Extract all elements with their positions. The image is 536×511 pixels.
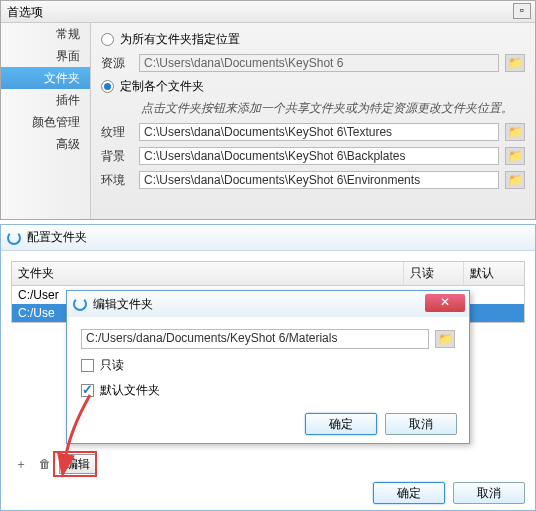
folder-icon[interactable]: 📁 [435, 330, 455, 348]
radio-all-label: 为所有文件夹指定位置 [120, 31, 240, 48]
sidebar-item-color[interactable]: 颜色管理 [1, 111, 90, 133]
configure-title: 配置文件夹 [27, 229, 87, 246]
window-restore-button[interactable]: ▫ [513, 3, 531, 19]
toolbar: ＋ 🗑 编辑 [11, 454, 97, 474]
row-path-textures[interactable]: C:\Users\dana\Documents\KeyShot 6\Textur… [139, 123, 499, 141]
cancel-button[interactable]: 取消 [385, 413, 457, 435]
col-readonly[interactable]: 只读 [404, 262, 464, 285]
ok-button[interactable]: 确定 [305, 413, 377, 435]
ok-button[interactable]: 确定 [373, 482, 445, 504]
app-icon [7, 231, 21, 245]
delete-icon[interactable]: 🗑 [35, 454, 55, 474]
configure-titlebar: 配置文件夹 [1, 225, 535, 251]
col-default[interactable]: 默认 [464, 262, 524, 285]
folder-icon[interactable]: 📁 [505, 123, 525, 141]
hint-text: 点击文件夹按钮来添加一个共享文件夹或为特定资源更改文件夹位置。 [141, 101, 525, 115]
folder-icon[interactable]: 📁 [505, 171, 525, 189]
radio-all-folders[interactable] [101, 33, 114, 46]
readonly-checkbox[interactable] [81, 359, 94, 372]
resource-label: 资源 [101, 55, 133, 72]
folder-icon[interactable]: 📁 [505, 54, 525, 72]
add-icon[interactable]: ＋ [11, 454, 31, 474]
preferences-title: 首选项 [7, 1, 43, 22]
sidebar-item-general[interactable]: 常规 [1, 23, 90, 45]
sidebar-item-folders[interactable]: 文件夹 [1, 67, 90, 89]
preferences-content: 为所有文件夹指定位置 资源 C:\Users\dana\Documents\Ke… [91, 23, 535, 219]
readonly-label: 只读 [100, 357, 124, 374]
close-icon[interactable]: ✕ [425, 294, 465, 312]
sidebar: 常规 界面 文件夹 插件 颜色管理 高级 [1, 23, 91, 219]
modal-title: 编辑文件夹 [93, 296, 153, 313]
radio-custom-label: 定制各个文件夹 [120, 78, 204, 95]
preferences-window: 首选项 ▫ 常规 界面 文件夹 插件 颜色管理 高级 为所有文件夹指定位置 资源… [0, 0, 536, 220]
row-label-textures: 纹理 [101, 124, 133, 141]
modal-titlebar: 编辑文件夹 ✕ [67, 291, 469, 317]
sidebar-item-plugins[interactable]: 插件 [1, 89, 90, 111]
sidebar-item-interface[interactable]: 界面 [1, 45, 90, 67]
preferences-titlebar: 首选项 ▫ [1, 1, 535, 23]
row-label-backplates: 背景 [101, 148, 133, 165]
path-input[interactable]: C:/Users/dana/Documents/KeyShot 6/Materi… [81, 329, 429, 349]
edit-folder-modal: 编辑文件夹 ✕ C:/Users/dana/Documents/KeyShot … [66, 290, 470, 444]
row-label-env: 环境 [101, 172, 133, 189]
sidebar-item-advanced[interactable]: 高级 [1, 133, 90, 155]
radio-custom-folders[interactable] [101, 80, 114, 93]
app-icon [73, 297, 87, 311]
default-label: 默认文件夹 [100, 382, 160, 399]
default-checkbox[interactable] [81, 384, 94, 397]
resource-path: C:\Users\dana\Documents\KeyShot 6 [139, 54, 499, 72]
col-folder[interactable]: 文件夹 [12, 262, 404, 285]
folder-icon[interactable]: 📁 [505, 147, 525, 165]
cancel-button[interactable]: 取消 [453, 482, 525, 504]
row-path-env[interactable]: C:\Users\dana\Documents\KeyShot 6\Enviro… [139, 171, 499, 189]
edit-button[interactable]: 编辑 [59, 454, 97, 474]
row-path-backplates[interactable]: C:\Users\dana\Documents\KeyShot 6\Backpl… [139, 147, 499, 165]
